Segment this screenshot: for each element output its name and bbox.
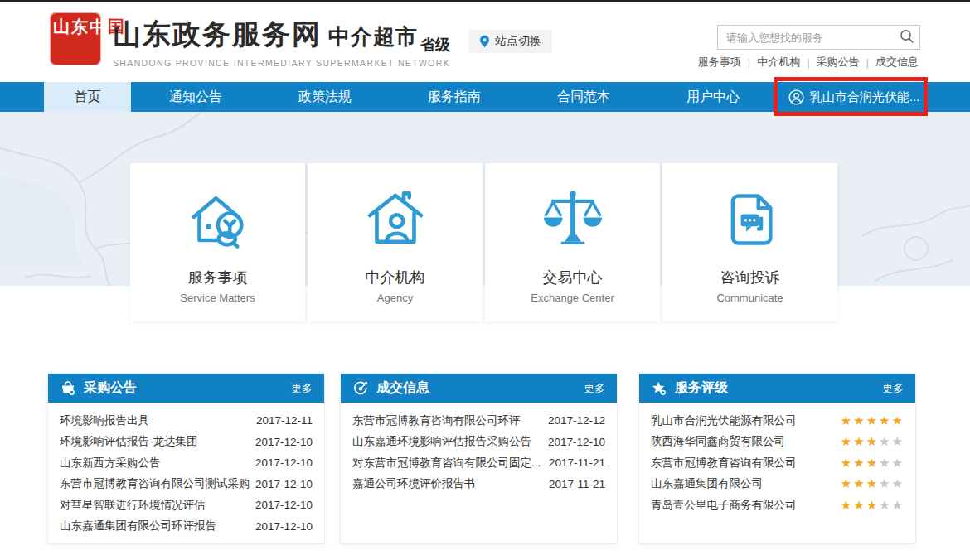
list-item: 山东新西方采购公告2017-12-10: [60, 452, 313, 474]
company-name[interactable]: 东营市冠博教育咨询有限公司: [651, 456, 797, 471]
rating-row: 山东嘉通集团有限公司★★★★★: [651, 474, 904, 495]
quick-link-3[interactable]: 采购公告: [817, 55, 860, 70]
star-filled-icon: ★: [879, 413, 890, 428]
procurement-panel-header: 采购公告 更多: [48, 374, 324, 403]
rating-row: 青岛壹公里电子商务有限公司★★★★★: [651, 495, 904, 516]
star-filled-icon: ★: [892, 413, 904, 428]
nav-user-label: 乳山市合润光伏能...: [810, 89, 920, 105]
card-title: 中介机构: [366, 268, 425, 287]
item-title[interactable]: 对彗星智联进行环境情况评估: [60, 498, 206, 513]
ratings-panel-title: 服务评级: [675, 379, 875, 397]
item-title[interactable]: 山东嘉通集团有限公司环评报告: [60, 519, 216, 533]
quick-link-4[interactable]: 成交信息: [875, 55, 919, 70]
link-separator: |: [807, 56, 809, 69]
deals-panel-header: 成交信息 更多: [341, 374, 617, 403]
item-date: 2017-12-10: [255, 520, 313, 533]
star-filled-icon: ★: [853, 434, 865, 449]
procurement-list: 环境影响报告出具2017-12-11环境影响评估报告-龙达集团2017-12-1…: [48, 403, 324, 537]
item-date: 2017-12-10: [255, 499, 313, 511]
star-empty-icon: ★: [879, 456, 890, 471]
item-date: 2017-12-11: [256, 414, 313, 427]
nav-user-item[interactable]: 乳山市合润光伏能...: [778, 82, 930, 112]
deals-list: 东营市冠博教育咨询有限公司环评2017-12-12山东嘉通环境影响评估报告采购公…: [341, 403, 617, 495]
link-separator: |: [866, 56, 869, 69]
card-1[interactable]: 服务事项Service Matters: [130, 163, 305, 321]
nav-item-3[interactable]: 政策法规: [260, 82, 390, 112]
item-date: 2017-11-21: [549, 478, 605, 490]
star-empty-icon: ★: [879, 434, 890, 449]
company-name[interactable]: 青岛壹公里电子商务有限公司: [651, 498, 797, 513]
site-title-suffix: 中介超市: [328, 22, 418, 51]
company-name[interactable]: 山东嘉通集团有限公司: [651, 476, 763, 491]
search-input[interactable]: [717, 25, 920, 50]
star-filled-icon: ★: [866, 476, 878, 491]
house-person-icon: [361, 163, 429, 256]
level-label: 省级: [420, 35, 450, 55]
star-empty-icon: ★: [892, 476, 904, 491]
card-3[interactable]: 交易中心Exchange Center: [485, 163, 660, 321]
star-filled-icon: ★: [866, 434, 878, 449]
card-4[interactable]: 咨询投诉Communicate: [662, 163, 837, 321]
star-rating: ★★★★★: [841, 456, 904, 471]
deals-more-link[interactable]: 更多: [584, 381, 605, 396]
search-icon: [900, 34, 914, 46]
site-title: 山东政务服务网: [113, 16, 322, 54]
star-filled-icon: ★: [841, 413, 852, 428]
item-date: 2017-12-10: [255, 456, 313, 469]
star-filled-icon: ★: [866, 498, 878, 513]
ratings-more-link[interactable]: 更多: [882, 381, 904, 396]
star-empty-icon: ★: [892, 456, 904, 471]
site-switch-button[interactable]: 站点切换: [468, 30, 552, 53]
list-item: 环境影响评估报告-龙达集团2017-12-10: [60, 432, 313, 453]
rating-row: 东营市冠博教育咨询有限公司★★★★★: [651, 452, 904, 474]
item-title[interactable]: 山东嘉通环境影响评估报告采购公告: [352, 434, 531, 449]
item-title[interactable]: 对东营市冠博教育咨询有限公司固定...: [352, 456, 541, 471]
site-logo[interactable]: 山 东 中 国 山东政务服务网 中介超市 SHANDONG PROVINCE I…: [50, 12, 450, 68]
nav-item-1[interactable]: 首页: [44, 82, 131, 112]
procurement-panel-title: 采购公告: [84, 379, 284, 397]
card-title: 交易中心: [543, 268, 603, 287]
company-name[interactable]: 陕西海华同鑫商贸有限公司: [651, 434, 785, 449]
list-item: 对彗星智联进行环境情况评估2017-12-10: [60, 495, 313, 516]
star-filled-icon: ★: [853, 413, 865, 428]
card-subtitle: Communicate: [716, 292, 783, 304]
main-navbar: 首页通知公告政策法规服务指南合同范本用户中心乳山市合润光伏能...: [0, 82, 970, 112]
doc-chat-icon: [718, 163, 783, 256]
basket-icon: [60, 380, 76, 396]
item-date: 2017-12-10: [255, 436, 313, 448]
star-empty-icon: ★: [879, 498, 890, 513]
quick-link-2[interactable]: 中介机构: [757, 55, 800, 70]
nav-item-4[interactable]: 服务指南: [390, 82, 519, 112]
item-title[interactable]: 东营市冠博教育咨询有限公司测试采购: [60, 476, 250, 491]
site-subtitle: SHANDONG PROVINCE INTERMEDIARY SUPERMARK…: [113, 58, 450, 68]
card-2[interactable]: 中介机构Agency: [308, 163, 483, 321]
rating-row: 乳山市合润光伏能源有限公司★★★★★: [651, 410, 904, 432]
item-title[interactable]: 山东新西方采购公告: [60, 456, 161, 471]
search-box: [717, 25, 920, 50]
list-item: 山东嘉通集团有限公司环评报告2017-12-10: [60, 516, 313, 538]
location-pin-icon: [479, 35, 490, 48]
company-name[interactable]: 乳山市合润光伏能源有限公司: [651, 413, 797, 428]
rating-row: 陕西海华同鑫商贸有限公司★★★★★: [651, 432, 904, 453]
quick-link-1[interactable]: 服务事项: [698, 55, 741, 70]
search-button[interactable]: [897, 27, 917, 47]
seal-char: 东: [71, 16, 88, 62]
item-date: 2017-12-10: [255, 478, 313, 490]
item-title[interactable]: 东营市冠博教育咨询有限公司环评: [352, 413, 521, 428]
target-icon: [352, 380, 369, 397]
card-title: 服务事项: [188, 268, 248, 287]
star-filled-icon: ★: [853, 498, 865, 513]
procurement-more-link[interactable]: 更多: [291, 381, 313, 396]
star-filled-icon: ★: [853, 476, 865, 491]
nav-item-5[interactable]: 合同范本: [519, 82, 648, 112]
item-title[interactable]: 嘉通公司环境评价报告书: [352, 476, 476, 491]
item-title[interactable]: 环境影响评估报告-龙达集团: [60, 434, 198, 449]
star-empty-icon: ★: [892, 434, 904, 449]
nav-item-6[interactable]: 用户中心: [648, 82, 778, 112]
list-item: 东营市冠博教育咨询有限公司环评2017-12-12: [352, 410, 605, 432]
deals-panel: 成交信息 更多 东营市冠博教育咨询有限公司环评2017-12-12山东嘉通环境影…: [340, 373, 618, 544]
star-empty-icon: ★: [879, 476, 890, 491]
item-title[interactable]: 环境影响报告出具: [60, 413, 149, 428]
star-filled-icon: ★: [866, 456, 878, 471]
nav-item-2[interactable]: 通知公告: [131, 82, 260, 112]
